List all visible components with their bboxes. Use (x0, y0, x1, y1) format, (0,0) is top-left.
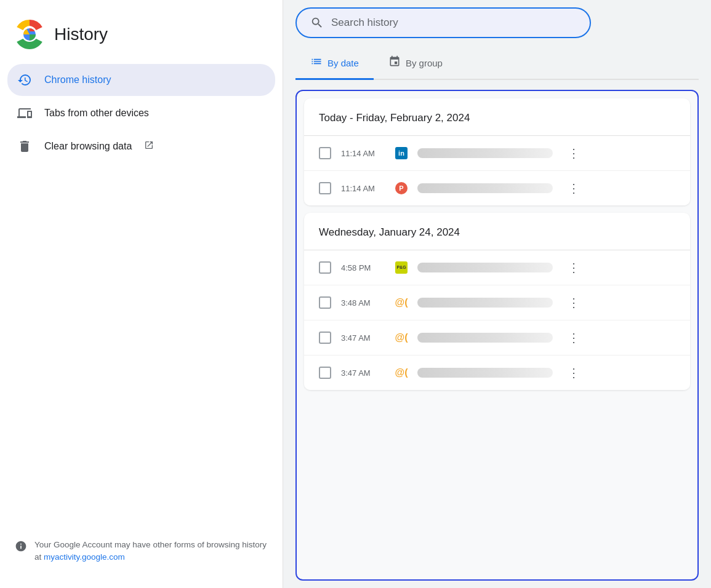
tabs-row: By date By group (295, 48, 699, 80)
row-checkbox[interactable] (319, 367, 331, 379)
sidebar-header: History (0, 12, 283, 64)
tab-by-group-label: By group (406, 58, 443, 68)
history-row[interactable]: 4:58 PM P&G ⋮ (304, 250, 690, 285)
row-checkbox[interactable] (319, 182, 331, 194)
tab-by-group[interactable]: By group (374, 48, 457, 80)
footer-text-container: Your Google Account may have other forms… (34, 539, 268, 564)
row-checkbox[interactable] (319, 332, 331, 344)
sidebar-tabs-label: Tabs from other devices (44, 108, 149, 119)
page-title-blurred (417, 183, 553, 193)
row-time: 11:14 AM (341, 184, 385, 193)
history-content-area: Today - Friday, February 2, 2024 11:14 A… (295, 90, 699, 581)
search-icon (310, 16, 324, 30)
external-link-icon (144, 140, 154, 153)
sidebar-item-clear-browsing[interactable]: Clear browsing data (7, 130, 275, 162)
history-icon (17, 73, 34, 87)
more-options-button[interactable]: ⋮ (563, 329, 585, 346)
history-section-today: Today - Friday, February 2, 2024 11:14 A… (304, 98, 690, 205)
sidebar-footer: Your Google Account may have other forms… (0, 526, 283, 576)
favicon-linkedin: in (395, 147, 408, 159)
tab-by-date-label: By date (327, 58, 359, 68)
search-placeholder: Search history (331, 17, 398, 29)
history-row[interactable]: 11:14 AM P ⋮ (304, 171, 690, 205)
chrome-logo-icon (15, 20, 44, 49)
row-time: 3:47 AM (341, 333, 385, 343)
more-options-button[interactable]: ⋮ (563, 364, 585, 381)
search-bar-wrapper: Search history (295, 7, 699, 38)
history-row[interactable]: 3:47 AM @( ⋮ (304, 356, 690, 390)
page-title-blurred (417, 333, 553, 343)
history-row[interactable]: 3:47 AM @( ⋮ (304, 320, 690, 356)
history-section-wednesday: Wednesday, January 24, 2024 4:58 PM P&G … (304, 213, 690, 390)
devices-icon (17, 106, 34, 121)
info-icon (15, 540, 27, 556)
sidebar-chrome-history-label: Chrome history (44, 74, 111, 85)
favicon-email: @( (395, 296, 408, 309)
sidebar-nav: Chrome history Tabs from other devices C… (0, 64, 283, 162)
page-title-blurred (417, 368, 553, 378)
sidebar-item-chrome-history[interactable]: Chrome history (7, 64, 275, 96)
search-bar[interactable]: Search history (295, 7, 591, 38)
history-row[interactable]: 11:14 AM in ⋮ (304, 136, 690, 171)
page-title-blurred (417, 148, 553, 158)
row-time: 3:47 AM (341, 368, 385, 378)
history-row[interactable]: 3:48 AM @( ⋮ (304, 285, 690, 320)
sidebar-item-tabs-other-devices[interactable]: Tabs from other devices (7, 97, 275, 129)
favicon-email: @( (395, 332, 408, 344)
page-title-blurred (417, 263, 553, 272)
page-title: History (54, 25, 108, 44)
delete-icon (17, 139, 34, 154)
row-checkbox[interactable] (319, 261, 331, 274)
sidebar-clear-label: Clear browsing data (44, 141, 132, 152)
footer-link[interactable]: myactivity.google.com (44, 552, 125, 562)
more-options-button[interactable]: ⋮ (563, 294, 585, 311)
tab-by-date[interactable]: By date (295, 48, 374, 80)
row-time: 11:14 AM (341, 149, 385, 158)
section-date-today: Today - Friday, February 2, 2024 (304, 98, 690, 136)
row-checkbox[interactable] (319, 147, 331, 159)
section-date-wednesday: Wednesday, January 24, 2024 (304, 213, 690, 250)
more-options-button[interactable]: ⋮ (563, 259, 585, 276)
row-checkbox[interactable] (319, 296, 331, 309)
group-icon (388, 55, 401, 71)
favicon-patreon: P (395, 182, 408, 194)
page-title-blurred (417, 298, 553, 308)
row-time: 4:58 PM (341, 263, 385, 272)
list-icon (310, 55, 323, 71)
row-time: 3:48 AM (341, 298, 385, 308)
favicon-produce: P&G (395, 261, 408, 274)
more-options-button[interactable]: ⋮ (563, 180, 585, 197)
favicon-email: @( (395, 367, 408, 379)
main-content: Search history By date By group Today - … (283, 0, 711, 588)
sidebar: History Chrome history Tabs from other d… (0, 0, 283, 588)
more-options-button[interactable]: ⋮ (563, 145, 585, 162)
